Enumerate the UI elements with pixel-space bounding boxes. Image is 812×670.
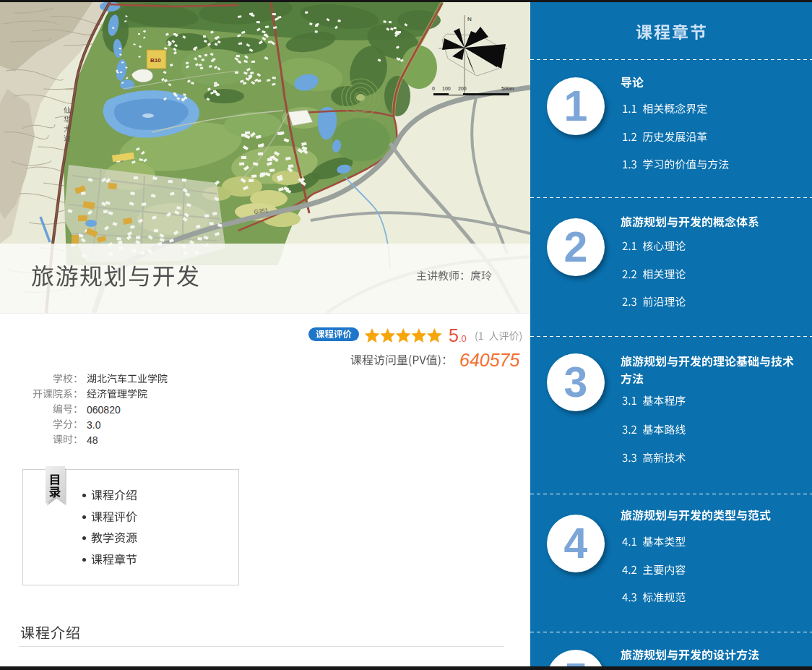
svg-text:0: 0 (432, 86, 435, 91)
svg-text:500m: 500m (501, 86, 514, 91)
svg-text:100: 100 (442, 86, 451, 91)
svg-text:N: N (467, 16, 472, 22)
svg-text:B10: B10 (150, 57, 161, 64)
svg-text:200: 200 (458, 86, 467, 91)
